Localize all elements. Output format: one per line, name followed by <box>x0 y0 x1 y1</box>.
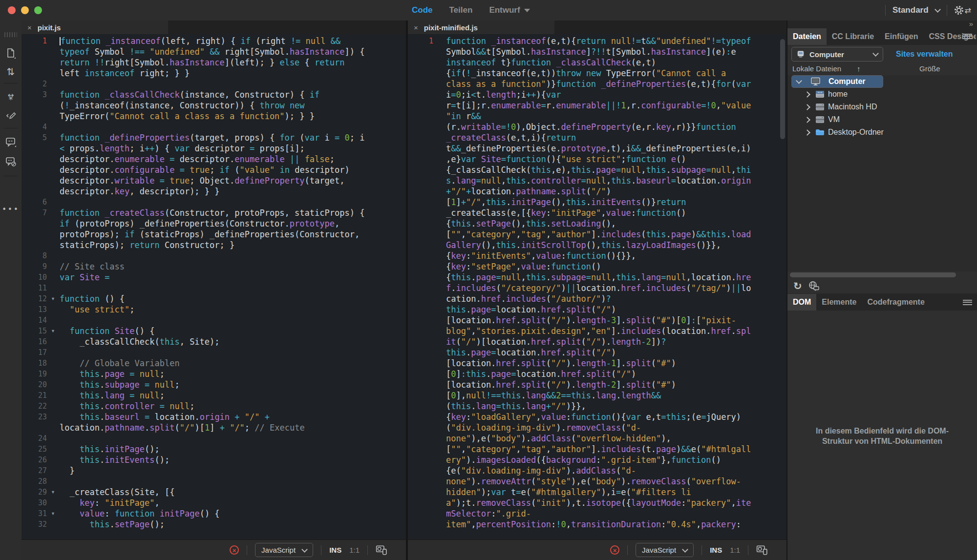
code-row[interactable]: ["","category","tag","author"].includes(… <box>408 444 786 455</box>
language-select[interactable]: JavaScript <box>636 543 694 557</box>
code-row[interactable]: f.includes("/category/")||location.href.… <box>408 283 786 293</box>
code-row[interactable]: [location.href.split("/").length-3].spli… <box>408 315 786 326</box>
code-row[interactable]: 16 _classCallCheck(this, Site); <box>21 336 406 347</box>
code-row[interactable]: [1]+"/",this.initPage(),this.initEvents(… <box>408 197 786 207</box>
tree-item-desktop-ordner[interactable]: Desktop-Ordner <box>787 126 977 139</box>
file-tab-pixit-minified-js[interactable]: × pixit-minified.js <box>408 21 554 34</box>
tab-einfuegen[interactable]: Einfügen <box>879 28 923 45</box>
code-row[interactable]: ,e}var Site=function(){"use strict";func… <box>408 154 786 165</box>
code-row[interactable]: 11 <box>21 283 406 293</box>
tree-item-computer[interactable]: Computer <box>791 75 883 88</box>
workspace-switcher[interactable]: Standard <box>892 5 929 15</box>
code-row[interactable]: TypeError("Cannot call a class as a func… <box>21 111 406 122</box>
tab-code[interactable]: Code <box>412 5 433 15</box>
column-size[interactable]: Größe <box>919 64 940 73</box>
code-editor-right[interactable]: 1function _instanceof(e,t){return null!=… <box>408 34 786 539</box>
code-row[interactable]: _createClass(e,t,i){return <box>408 132 786 143</box>
code-row[interactable]: {key:"loadGallery",value:function(){var … <box>408 412 786 422</box>
code-row[interactable]: (this.lang=this.lang+"/")}}, <box>408 401 786 412</box>
code-row[interactable]: instanceof t}function _classCallCheck(e,… <box>408 57 786 68</box>
code-row[interactable]: this.page=location.href.split("/") <box>408 347 786 358</box>
code-row[interactable]: Symbol&&t[Symbol.hasInstance]?!!t[Symbol… <box>408 46 786 57</box>
code-row[interactable]: mSelector:".grid- <box>408 508 786 519</box>
code-row[interactable]: descriptor.writable = true; Object.defin… <box>21 175 406 186</box>
tab-entwurf[interactable]: Entwurf <box>489 5 530 15</box>
realtime-preview-icon[interactable] <box>756 545 768 556</box>
code-row[interactable]: {_classCallCheck(this,e),this.page=null,… <box>408 165 786 175</box>
code-row[interactable]: a");t.removeClass("init"),t.isotope({lay… <box>408 498 786 508</box>
chevron-right-icon[interactable] <box>804 104 810 110</box>
code-row[interactable]: 5function _defineProperties(target, prop… <box>21 132 406 143</box>
code-row[interactable]: left instanceof right; } } <box>21 68 406 79</box>
code-row[interactable]: 24 <box>21 433 406 444</box>
code-row[interactable]: 15▼ function Site() { <box>21 326 406 336</box>
tree-item-vm[interactable]: VM <box>787 113 977 126</box>
tab-dom[interactable]: DOM <box>787 294 816 311</box>
code-row[interactable]: t&&_defineProperties(e.prototype,t),i&&_… <box>408 143 786 154</box>
fold-arrow-icon[interactable]: ▼ <box>50 487 60 498</box>
code-row[interactable]: 28 <box>21 476 406 487</box>
fold-arrow-icon[interactable]: ▼ <box>50 293 60 304</box>
close-window-icon[interactable] <box>8 6 16 14</box>
apply-comment-icon[interactable] <box>0 135 21 149</box>
code-row[interactable]: 12▼function () { <box>21 293 406 304</box>
code-row[interactable]: none"),e("body").addClass("overflow-hidd… <box>408 433 786 444</box>
code-row[interactable]: blog","stories.pixit.design","en"].inclu… <box>408 326 786 336</box>
code-row[interactable]: hidden");var t=e("#htmlgallery"),i=e("#f… <box>408 487 786 498</box>
code-row[interactable]: 13 "use strict"; <box>21 304 406 315</box>
code-row[interactable]: location.pathname.split("/")[1] + "/"; /… <box>21 422 406 433</box>
code-row[interactable]: {e("div.loading-img-div").addClass("d- <box>408 465 786 476</box>
panel-menu-icon[interactable] <box>963 300 972 305</box>
chevron-right-icon[interactable] <box>804 117 810 123</box>
code-row[interactable]: 29▼ _createClass(Site, [{ <box>21 487 406 498</box>
code-row[interactable]: 6 <box>21 197 406 207</box>
code-row[interactable]: 3function _classCallCheck(instance, Cons… <box>21 89 406 100</box>
code-row[interactable]: ("div.loading-img-div").removeClass("d- <box>408 422 786 433</box>
code-row[interactable]: < props.length; i++) { var descriptor = … <box>21 143 406 154</box>
code-row[interactable]: {if(!_instanceof(e,t))throw new TypeErro… <box>408 68 786 79</box>
code-row[interactable]: ["","category","tag","author"].includes(… <box>408 229 786 240</box>
code-row[interactable]: 21 this.lang = null; <box>21 390 406 401</box>
close-tab-icon[interactable]: × <box>414 23 418 32</box>
tab-codefragmente[interactable]: Codefragmente <box>862 294 930 311</box>
settings-button[interactable]: ⇄ <box>954 5 971 15</box>
code-row[interactable]: {this.page=null,this.subpage=null,this.l… <box>408 272 786 283</box>
code-row[interactable]: 22 this.controller = null; <box>21 401 406 412</box>
vertical-scrollbar[interactable] <box>780 39 785 139</box>
tab-elemente[interactable]: Elemente <box>816 294 862 311</box>
code-row[interactable]: descriptor.key, descriptor); } } <box>21 186 406 197</box>
zoom-window-icon[interactable] <box>34 6 42 14</box>
code-row[interactable]: 20 this.subpage = null; <box>21 379 406 390</box>
collapse-panels-icon[interactable]: » <box>969 20 973 28</box>
site-select[interactable]: Computer <box>791 47 883 62</box>
code-row[interactable]: 17 <box>21 347 406 358</box>
code-row[interactable]: +"/"+location.pathname.split("/") <box>408 186 786 197</box>
code-row[interactable]: r=t[i];r.enumerable=r.enumerable||!1,r.c… <box>408 100 786 111</box>
file-tab-pixit-js[interactable]: × pixit.js <box>21 21 168 34</box>
code-row[interactable]: staticProps); return Constructor; } <box>21 240 406 250</box>
refresh-icon[interactable]: ↻ <box>793 280 802 292</box>
chevron-right-icon[interactable] <box>804 129 810 136</box>
code-row[interactable]: [location.href.split("/").length-1].spli… <box>408 358 786 369</box>
fold-arrow-icon[interactable]: ▼ <box>50 508 60 519</box>
code-row[interactable]: {this.setPage(),this.setLoading(), <box>408 218 786 229</box>
code-row[interactable]: {key:"setPage",value:function() <box>408 261 786 272</box>
document-icon[interactable] <box>0 46 21 61</box>
code-row[interactable]: protoProps); if (staticProps) _definePro… <box>21 229 406 240</box>
code-row[interactable]: 14 <box>21 315 406 326</box>
lint-error-icon[interactable]: × <box>610 545 619 555</box>
code-row[interactable]: descriptor.enumerable = descriptor.enume… <box>21 154 406 165</box>
file-sync-icon[interactable]: ⇅ <box>0 64 21 79</box>
code-row[interactable]: none").removeAttr("style"),e("body").rem… <box>408 476 786 487</box>
code-row[interactable]: [location.href.split("/").length-2].spli… <box>408 379 786 390</box>
code-row[interactable]: s.lang=null,this.controller=null,this.ba… <box>408 175 786 186</box>
language-select[interactable]: JavaScript <box>255 543 313 557</box>
horizontal-scrollbar[interactable] <box>790 272 956 277</box>
code-row[interactable]: [0]:this.page=location.href.split("/") <box>408 369 786 379</box>
close-tab-icon[interactable]: × <box>27 23 32 32</box>
code-row[interactable]: 1function _instanceof(left, right) { if … <box>21 36 406 46</box>
code-row[interactable]: 19 this.page = null; <box>21 369 406 379</box>
lint-error-icon[interactable]: × <box>230 545 239 555</box>
more-options-icon[interactable]: ••• <box>0 202 21 217</box>
code-row[interactable]: 30 key: "initPage", <box>21 498 406 508</box>
